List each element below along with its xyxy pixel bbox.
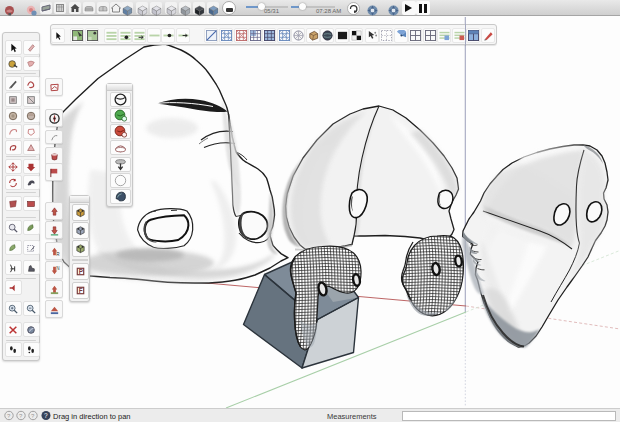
- svg-text:?: ?: [44, 412, 48, 419]
- svg-text:P: P: [78, 268, 83, 275]
- svg-text:R: R: [56, 252, 60, 257]
- svg-text:N: N: [56, 265, 59, 270]
- svg-text:?: ?: [7, 413, 11, 419]
- svg-text:?: ?: [19, 413, 23, 419]
- svg-text:?: ?: [31, 413, 35, 419]
- svg-text:F: F: [78, 287, 82, 294]
